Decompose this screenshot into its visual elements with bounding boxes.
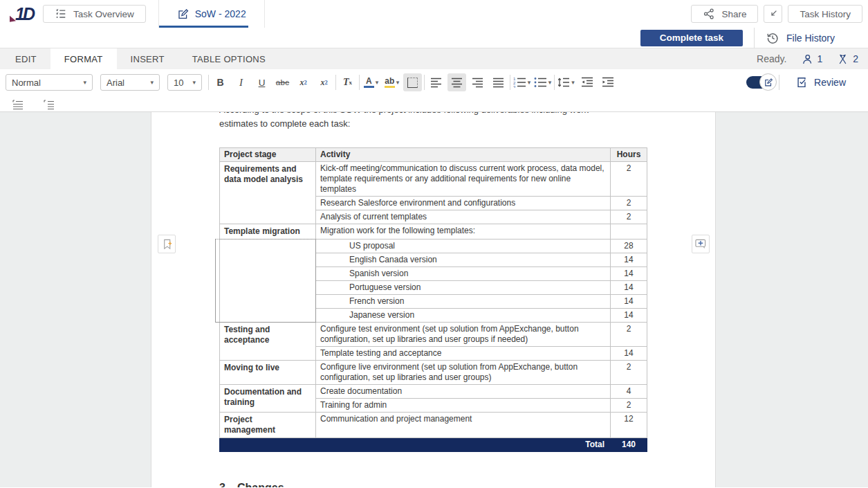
comment-plus-icon: [694, 238, 707, 250]
crossed-flags-icon: [836, 53, 849, 66]
complete-task-button[interactable]: Complete task: [640, 30, 743, 46]
strikethrough-button[interactable]: abc: [273, 73, 292, 91]
highlight-color-button[interactable]: ab ▾: [382, 73, 401, 91]
activity-cell[interactable]: English Canada version: [316, 253, 611, 267]
hours-cell[interactable]: [611, 224, 647, 240]
align-left-button[interactable]: [427, 73, 445, 91]
align-right-button[interactable]: [468, 73, 487, 91]
hours-cell[interactable]: 14: [611, 295, 647, 309]
share-button[interactable]: Share: [691, 5, 758, 23]
collaborators-indicator[interactable]: 1: [800, 53, 822, 66]
file-history-button[interactable]: File History: [766, 31, 868, 45]
hours-cell[interactable]: 4: [611, 385, 647, 399]
paragraph-indent-first-button[interactable]: [39, 96, 58, 114]
numbered-list-icon: 1 2 3: [513, 77, 526, 88]
borders-button[interactable]: [403, 73, 422, 91]
divider: [335, 75, 336, 90]
stage-cell[interactable]: [220, 240, 316, 323]
bookmark-plus-icon: [161, 238, 173, 251]
increase-indent-button[interactable]: [598, 73, 617, 91]
collaborators-count: 1: [817, 53, 822, 64]
font-size-select[interactable]: 10 ▾: [167, 74, 202, 91]
task-history-button[interactable]: Task History: [788, 5, 862, 23]
stage-cell[interactable]: Testing and acceptance: [220, 323, 316, 361]
edit-page-icon: [764, 78, 773, 87]
review-button[interactable]: Review: [782, 76, 862, 89]
activity-cell[interactable]: Training for admin: [316, 399, 611, 413]
file-history-label: File History: [786, 33, 835, 44]
menu-tab-format[interactable]: FORMAT: [50, 48, 117, 69]
hours-cell[interactable]: 12: [611, 413, 647, 438]
activity-cell[interactable]: Spanish version: [316, 267, 611, 281]
line-spacing-button[interactable]: ▾: [557, 73, 575, 91]
align-justify-button[interactable]: [489, 73, 508, 91]
hours-cell[interactable]: 2: [611, 162, 647, 197]
hours-cell[interactable]: 2: [611, 361, 647, 385]
menu-tab-insert[interactable]: INSERT: [117, 48, 178, 69]
add-bookmark-button[interactable]: [158, 235, 176, 253]
numbered-list-button[interactable]: 1 2 3 ▾: [513, 73, 531, 91]
activity-cell[interactable]: Analysis of current templates: [316, 210, 611, 224]
italic-button[interactable]: I: [232, 73, 250, 91]
font-family-select[interactable]: Arial ▾: [100, 74, 160, 91]
hours-cell[interactable]: 14: [611, 309, 647, 323]
edit-mode-toggle[interactable]: [746, 76, 773, 89]
intro-paragraph: According to the scope of this SOW the p…: [219, 112, 669, 133]
paragraph-spacing-before-button[interactable]: [8, 96, 27, 114]
stage-cell[interactable]: Requirements and data model analysis: [220, 162, 316, 224]
add-comment-button[interactable]: [692, 235, 710, 253]
superscript-button[interactable]: x2: [294, 73, 313, 91]
hours-cell[interactable]: 14: [611, 281, 647, 295]
underline-button[interactable]: U: [252, 73, 271, 91]
bullet-list-button[interactable]: ▾: [533, 73, 552, 91]
font-size-value: 10: [174, 78, 183, 88]
hours-cell[interactable]: 2: [611, 197, 647, 210]
decrease-indent-button[interactable]: [578, 73, 596, 91]
menu-tab-table-options[interactable]: TABLE OPTIONS: [178, 48, 279, 69]
task-overview-button[interactable]: Task Overview: [43, 5, 146, 23]
hours-cell[interactable]: 14: [611, 253, 647, 267]
hours-cell[interactable]: 2: [611, 399, 647, 413]
sow-table[interactable]: Project stageActivityHours Requirements …: [219, 147, 647, 452]
activity-cell[interactable]: Research Salesforce environment and conf…: [316, 197, 611, 210]
activity-cell[interactable]: Japanese version: [316, 309, 611, 323]
document-page[interactable]: According to the scope of this SOW the p…: [151, 112, 716, 487]
stage-cell[interactable]: Template migration: [220, 224, 316, 240]
stage-cell[interactable]: Project management: [220, 413, 316, 438]
stage-cell[interactable]: Moving to live: [220, 361, 316, 385]
activity-cell[interactable]: French version: [316, 295, 611, 309]
hours-cell[interactable]: 28: [611, 240, 647, 253]
clear-format-base: T: [343, 77, 349, 88]
tab-sow-2022[interactable]: SoW - 2022: [158, 0, 265, 28]
hours-cell[interactable]: 14: [611, 347, 647, 361]
activity-cell[interactable]: US proposal: [316, 240, 611, 253]
hours-cell[interactable]: 2: [611, 210, 647, 224]
paragraph-style-select[interactable]: Normal ▾: [6, 74, 93, 91]
table-row: Project managementCommunication and proj…: [220, 413, 647, 438]
bold-button[interactable]: B: [211, 73, 230, 91]
activity-cell[interactable]: Communication and project management: [316, 413, 611, 438]
activity-cell[interactable]: Kick-off meeting/communication to discus…: [316, 162, 611, 197]
hours-cell[interactable]: 14: [611, 267, 647, 281]
line-spacing-icon: [557, 77, 570, 88]
activity-cell[interactable]: Migration work for the following templat…: [316, 224, 611, 240]
activity-cell[interactable]: Configure test environment (set up solut…: [316, 323, 611, 347]
activity-cell[interactable]: Template testing and acceptance: [316, 347, 611, 361]
stage-cell[interactable]: Documentation and training: [220, 385, 316, 413]
font-color-bar: [364, 86, 374, 88]
subscript-button[interactable]: x2: [315, 73, 333, 91]
activity-cell[interactable]: Create documentation: [316, 385, 611, 399]
collapse-button[interactable]: [764, 5, 782, 23]
section-heading-text: Changes: [237, 482, 284, 487]
menu-tab-edit[interactable]: EDIT: [1, 48, 50, 69]
flags-indicator[interactable]: 2: [836, 53, 858, 66]
activity-cell[interactable]: Configure live environment (set up solut…: [316, 361, 611, 385]
align-center-button[interactable]: [447, 73, 466, 91]
clear-formatting-button[interactable]: Tx: [338, 73, 357, 91]
hours-cell[interactable]: 2: [611, 323, 647, 347]
highlight-icon: ab: [385, 77, 395, 88]
app-logo: 1D: [0, 0, 43, 28]
activity-cell[interactable]: Portuguese version: [316, 281, 611, 295]
font-color-button[interactable]: A ▾: [362, 73, 380, 91]
paragraph-spacing-before-icon: [12, 100, 24, 110]
